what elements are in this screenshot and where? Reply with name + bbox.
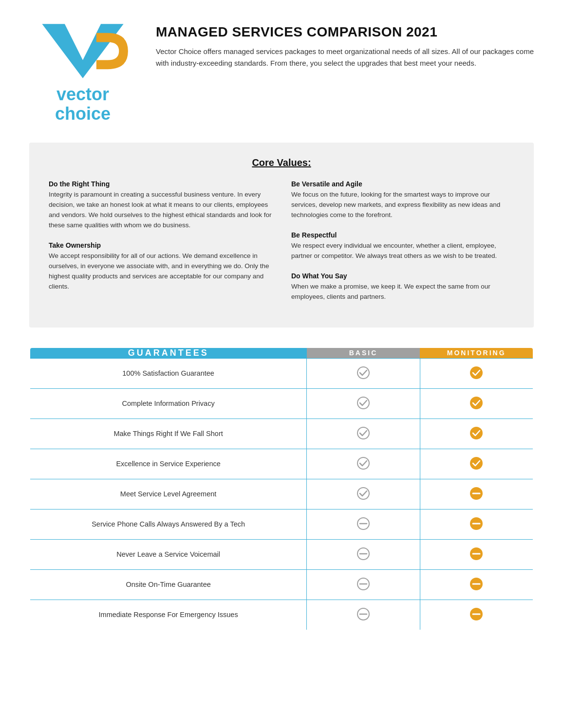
row-monitoring-icon <box>420 539 533 569</box>
table-row: Service Phone Calls Always Answered By a… <box>30 509 533 539</box>
table-row: Excellence in Service Experience <box>30 449 533 479</box>
row-basic-icon <box>307 569 420 600</box>
header-description: Vector Choice offers managed services pa… <box>156 46 534 69</box>
check-orange-icon <box>469 426 484 440</box>
logo-text: vector choice <box>55 85 111 123</box>
svg-point-3 <box>357 397 369 409</box>
dash-orange-icon <box>469 516 484 531</box>
row-label: Never Leave a Service Voicemail <box>30 539 307 569</box>
row-monitoring-icon <box>420 419 533 449</box>
dash-gray-icon <box>356 546 371 561</box>
cv-item-2: Take Ownership We accept responsibility … <box>49 241 272 292</box>
row-label: Meet Service Level Agreement <box>30 479 307 509</box>
row-label: Make Things Right If We Fall Short <box>30 419 307 449</box>
row-basic-icon <box>307 419 420 449</box>
svg-point-7 <box>357 457 369 469</box>
row-label: Excellence in Service Experience <box>30 449 307 479</box>
dash-gray-icon <box>356 577 371 591</box>
svg-point-6 <box>470 427 483 439</box>
comparison-table-section: GUARANTEES BASIC MONITORING 100% Satisfa… <box>29 347 534 631</box>
table-row: Complete Information Privacy <box>30 388 533 419</box>
cv-item-5: Do What You Say When we make a promise, … <box>291 272 514 302</box>
cv-item-0: Do the Right Thing Integrity is paramoun… <box>49 180 272 231</box>
core-values-title: Core Values: <box>49 157 514 168</box>
core-values-left-col: Do the Right Thing Integrity is paramoun… <box>49 180 272 312</box>
svg-point-5 <box>357 427 369 439</box>
row-basic-icon <box>307 479 420 509</box>
svg-point-1 <box>357 367 369 379</box>
row-monitoring-icon <box>420 569 533 600</box>
table-header-row: GUARANTEES BASIC MONITORING <box>30 347 533 359</box>
row-basic-icon <box>307 600 420 630</box>
header-text-block: MANAGED SERVICES COMPARISON 2021 Vector … <box>156 19 534 69</box>
row-monitoring-icon <box>420 358 533 388</box>
comparison-table: GUARANTEES BASIC MONITORING 100% Satisfa… <box>29 347 534 631</box>
dash-orange-icon <box>469 577 484 591</box>
core-values-right-col: Be Versatile and Agile We focus on the f… <box>291 180 514 312</box>
col-header-guarantees: GUARANTEES <box>30 347 307 359</box>
table-body: 100% Satisfaction Guarantee Complete Inf… <box>30 358 533 630</box>
row-label: Onsite On-Time Guarantee <box>30 569 307 600</box>
cv-item-3: Be Respectful We respect every individua… <box>291 231 514 261</box>
check-orange-icon <box>469 396 484 410</box>
row-basic-icon <box>307 388 420 419</box>
check-gray-icon <box>356 396 371 410</box>
row-monitoring-icon <box>420 600 533 630</box>
row-monitoring-icon <box>420 479 533 509</box>
cv-item-1: Be Versatile and Agile We focus on the f… <box>291 180 514 220</box>
page-title: MANAGED SERVICES COMPARISON 2021 <box>156 24 534 40</box>
check-gray-icon <box>356 365 371 380</box>
col-header-monitoring: MONITORING <box>420 347 533 359</box>
dash-gray-icon <box>356 516 371 531</box>
row-monitoring-icon <box>420 509 533 539</box>
logo-container: vector choice <box>29 19 136 123</box>
row-basic-icon <box>307 509 420 539</box>
table-row: 100% Satisfaction Guarantee <box>30 358 533 388</box>
row-label: Immediate Response For Emergency Issues <box>30 600 307 630</box>
table-row: Immediate Response For Emergency Issues <box>30 600 533 630</box>
dash-gray-icon <box>356 607 371 621</box>
check-orange-icon <box>469 456 484 471</box>
check-gray-icon <box>356 486 371 501</box>
svg-point-4 <box>470 397 483 409</box>
check-orange-icon <box>469 365 484 380</box>
row-monitoring-icon <box>420 449 533 479</box>
table-row: Onsite On-Time Guarantee <box>30 569 533 600</box>
check-gray-icon <box>356 426 371 440</box>
row-monitoring-icon <box>420 388 533 419</box>
check-gray-icon <box>356 456 371 471</box>
dash-orange-icon <box>469 546 484 561</box>
row-basic-icon <box>307 539 420 569</box>
dash-orange-icon <box>469 486 484 501</box>
vc-logo-icon <box>34 19 131 83</box>
page-header: vector choice MANAGED SERVICES COMPARISO… <box>29 19 534 123</box>
table-row: Meet Service Level Agreement <box>30 479 533 509</box>
row-label: Complete Information Privacy <box>30 388 307 419</box>
row-label: Service Phone Calls Always Answered By a… <box>30 509 307 539</box>
core-values-section: Core Values: Do the Right Thing Integrit… <box>29 143 534 327</box>
svg-point-9 <box>357 488 369 499</box>
row-basic-icon <box>307 358 420 388</box>
svg-marker-0 <box>42 24 123 78</box>
row-label: 100% Satisfaction Guarantee <box>30 358 307 388</box>
core-values-grid: Do the Right Thing Integrity is paramoun… <box>49 180 514 312</box>
table-row: Make Things Right If We Fall Short <box>30 419 533 449</box>
row-basic-icon <box>307 449 420 479</box>
table-row: Never Leave a Service Voicemail <box>30 539 533 569</box>
svg-point-8 <box>470 457 483 470</box>
svg-point-2 <box>470 366 483 379</box>
dash-orange-icon <box>469 607 484 621</box>
col-header-basic: BASIC <box>307 347 420 359</box>
